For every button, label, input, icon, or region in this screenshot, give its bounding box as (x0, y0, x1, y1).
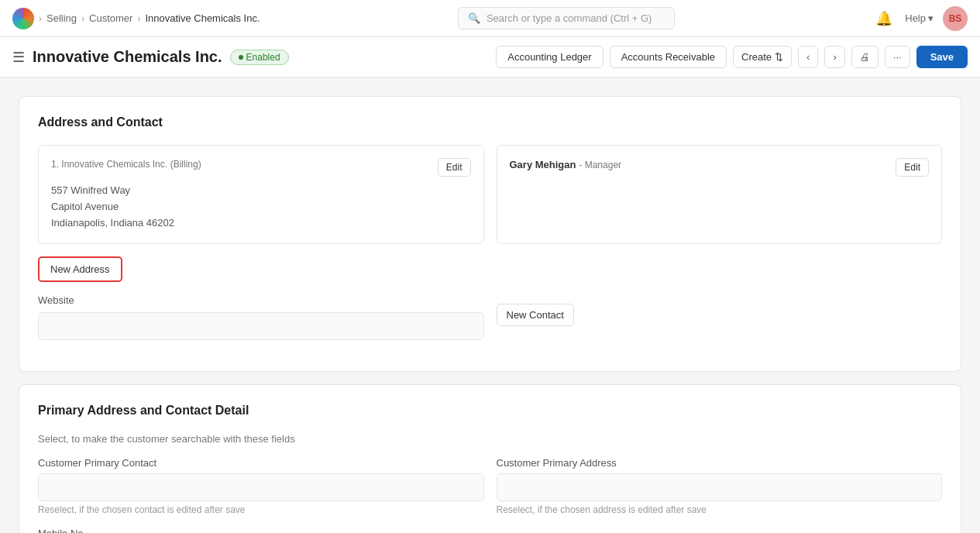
create-label: Create (741, 51, 772, 63)
reselect-address-note: Reselect, if the chosen address is edite… (497, 504, 943, 515)
address-entry-label: 1. Innovative Chemicals Inc. (Billing) (51, 158, 201, 170)
primary-address-subtitle: Select, to make the customer searchable … (38, 433, 942, 445)
customer-primary-address-label: Customer Primary Address (497, 457, 943, 469)
page-header-right: Accounting Ledger Accounts Receivable Cr… (496, 46, 968, 68)
menu-toggle-button[interactable]: ☰ (12, 49, 25, 66)
breadcrumb-sep-2: › (81, 13, 84, 24)
address-contact-grid: 1. Innovative Chemicals Inc. (Billing) E… (38, 145, 942, 244)
customer-primary-contact-input[interactable] (38, 473, 484, 501)
breadcrumb-sep-3: › (137, 13, 140, 24)
contact-box: Gary Mehigan - Manager Edit (497, 145, 943, 244)
contact-edit-button[interactable]: Edit (896, 158, 929, 177)
page-title: Innovative Chemicals Inc. (33, 48, 222, 66)
primary-address-card-body: Primary Address and Contact Detail Selec… (19, 385, 961, 533)
notification-button[interactable]: 🔔 (872, 7, 896, 30)
customer-primary-address-field: Customer Primary Address Reselect, if th… (497, 457, 943, 515)
primary-address-title: Primary Address and Contact Detail (38, 404, 942, 418)
customer-primary-address-input[interactable] (497, 473, 943, 501)
address-lines: 557 Winifred Way Capitol Avenue Indianap… (51, 183, 471, 231)
search-bar[interactable]: 🔍 Search or type a command (Ctrl + G) (458, 7, 675, 29)
topnav: › Selling › Customer › Innovative Chemic… (0, 0, 980, 37)
customer-primary-contact-field: Customer Primary Contact Reselect, if th… (38, 457, 484, 515)
address-contact-card: Address and Contact 1. Innovative Chemic… (19, 96, 961, 372)
save-button[interactable]: Save (916, 46, 968, 68)
main-content: Address and Contact 1. Innovative Chemic… (0, 77, 980, 533)
page-header-left: ☰ Innovative Chemicals Inc. Enabled (12, 48, 289, 66)
page-header: ☰ Innovative Chemicals Inc. Enabled Acco… (0, 37, 980, 77)
mobile-no-row: Mobile No (38, 528, 942, 533)
address-line3: Indianapolis, Indiana 46202 (51, 215, 471, 232)
create-button[interactable]: Create ⇅ (733, 46, 792, 68)
help-label: Help (905, 12, 926, 24)
contact-name: Gary Mehigan (510, 159, 576, 170)
new-contact-area: New Contact (497, 294, 943, 340)
next-button[interactable]: › (824, 46, 844, 68)
topnav-center: 🔍 Search or type a command (Ctrl + G) (260, 7, 873, 29)
address-box-header: 1. Innovative Chemicals Inc. (Billing) E… (51, 158, 471, 177)
accounts-receivable-button[interactable]: Accounts Receivable (610, 46, 727, 68)
address-edit-button[interactable]: Edit (438, 158, 471, 177)
website-label: Website (38, 294, 484, 306)
address-contact-card-body: Address and Contact 1. Innovative Chemic… (19, 97, 961, 371)
mobile-no-label: Mobile No (38, 528, 942, 533)
help-button[interactable]: Help ▾ (905, 12, 934, 24)
breadcrumb-customer[interactable]: Customer (89, 12, 132, 24)
new-contact-row: Website New Contact (38, 294, 942, 340)
accounting-ledger-button[interactable]: Accounting Ledger (496, 46, 603, 68)
status-dot (239, 55, 243, 60)
reselect-contact-note: Reselect, if the chosen contact is edite… (38, 504, 484, 515)
topnav-left: › Selling › Customer › Innovative Chemic… (12, 8, 260, 29)
chevron-down-icon: ▾ (928, 12, 934, 24)
print-button[interactable]: 🖨 (851, 46, 879, 68)
website-field: Website (38, 294, 484, 340)
primary-fields-row: Customer Primary Contact Reselect, if th… (38, 457, 942, 515)
status-badge: Enabled (230, 50, 289, 65)
address-type: (Billing) (170, 159, 201, 170)
address-line1: 557 Winifred Way (51, 183, 471, 199)
prev-button[interactable]: ‹ (798, 46, 818, 68)
more-options-button[interactable]: ··· (885, 46, 910, 68)
primary-address-card: Primary Address and Contact Detail Selec… (19, 384, 961, 533)
new-contact-button[interactable]: New Contact (497, 304, 574, 326)
breadcrumb-sep-1: › (39, 13, 42, 24)
search-placeholder: Search or type a command (Ctrl + G) (487, 12, 652, 24)
status-label: Enabled (246, 52, 280, 63)
topnav-right: 🔔 Help ▾ BS (872, 6, 968, 31)
address-box: 1. Innovative Chemicals Inc. (Billing) E… (38, 145, 484, 244)
new-address-button[interactable]: New Address (38, 256, 122, 282)
app-logo[interactable] (12, 8, 34, 29)
address-contact-title: Address and Contact (38, 115, 942, 129)
breadcrumb-current: Innovative Chemicals Inc. (145, 12, 260, 24)
contact-info: Gary Mehigan - Manager (510, 158, 622, 170)
customer-primary-contact-label: Customer Primary Contact (38, 457, 484, 469)
avatar[interactable]: BS (943, 6, 968, 31)
create-chevron-icon: ⇅ (775, 51, 783, 63)
breadcrumb-selling[interactable]: Selling (46, 12, 77, 24)
website-input[interactable] (38, 312, 484, 340)
search-icon: 🔍 (468, 12, 480, 24)
contact-role: - Manager (579, 160, 621, 170)
address-line2: Capitol Avenue (51, 199, 471, 215)
